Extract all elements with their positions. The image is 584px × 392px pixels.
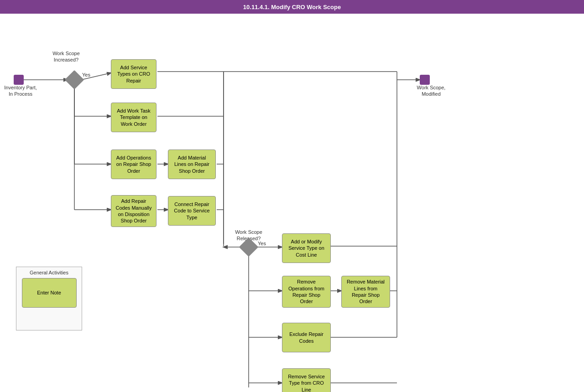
node-add-service-types[interactable]: Add ServiceTypes on CRORepair [111,59,156,89]
node-add-modify-service[interactable]: Add or ModifyService Type onCost Line [282,233,331,263]
start-node [14,75,24,85]
node-add-material-lines[interactable]: Add MaterialLines on RepairShop Order [168,150,216,179]
work-scope-increased-label: Work ScopeIncreased? [46,50,87,63]
node-add-work-task[interactable]: Add Work TaskTemplate onWork Order [111,103,156,132]
yes1-label: Yes [82,72,90,78]
diamond-work-scope-increased [65,70,84,89]
diagram-area: Inventory Part,In Process Work ScopeIncr… [0,14,584,392]
node-add-repair-codes[interactable]: Add RepairCodes Manuallyon DispositionSh… [111,195,156,227]
title-bar: 10.11.4.1. Modify CRO Work Scope [0,0,584,14]
end-node [420,75,430,85]
end-label: Work Scope,Modified [411,84,452,98]
general-activities-box: General Activities Enter Note [16,267,82,330]
node-add-operations[interactable]: Add Operationson Repair ShopOrder [111,150,156,179]
node-remove-service-type[interactable]: Remove ServiceType from CROLine [282,368,331,392]
node-connect-repair-code[interactable]: Connect RepairCode to ServiceType [168,196,216,226]
yes2-label: Yes [258,240,266,247]
node-remove-material-lines[interactable]: Remove MaterialLines fromRepair ShopOrde… [341,276,390,308]
general-activities-title: General Activities [19,270,79,275]
node-exclude-repair-codes[interactable]: Exclude RepairCodes [282,323,331,352]
start-label: Inventory Part,In Process [2,84,39,98]
node-remove-operations[interactable]: RemoveOperations fromRepair ShopOrder [282,276,331,308]
title-text: 10.11.4.1. Modify CRO Work Scope [243,4,341,10]
node-enter-note[interactable]: Enter Note [22,278,77,308]
